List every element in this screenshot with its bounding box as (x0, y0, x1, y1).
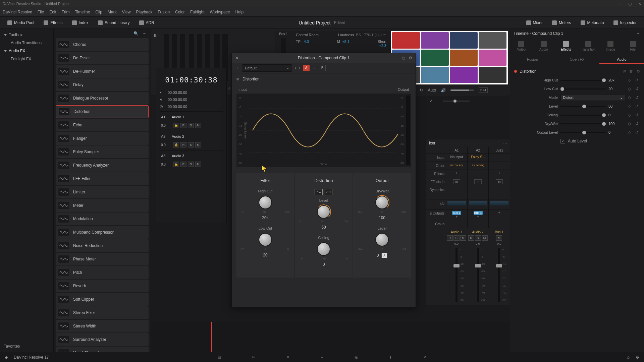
clip-mode-icon[interactable] (325, 189, 333, 195)
drywet-value[interactable]: 100 (608, 122, 625, 126)
tab-image[interactable]: Image (599, 38, 622, 54)
mixer-menu-icon[interactable]: ⋯ (503, 141, 507, 145)
highcut-knob[interactable] (259, 196, 272, 209)
lowcut-slider[interactable] (560, 88, 606, 89)
maximize-icon[interactable]: ▢ (628, 2, 632, 6)
solo-button[interactable]: S (188, 123, 194, 128)
preset-dropdown[interactable]: Default⌄ (242, 64, 292, 72)
mixer-input[interactable]: No Input (446, 154, 467, 162)
param-reset-icon[interactable]: ↺ (635, 86, 640, 91)
menu-item[interactable]: Color (175, 10, 185, 14)
param-keyframe-icon[interactable]: ◇ (628, 121, 633, 126)
fx-item[interactable]: Limiter (56, 186, 149, 198)
s-button[interactable]: S (453, 235, 460, 241)
solo-button[interactable]: S (188, 162, 194, 167)
fx-item[interactable]: Noise Reduction (56, 239, 149, 252)
prev-preset-icon[interactable]: ‹ (295, 66, 296, 70)
track-header[interactable]: A3Audio 3 (160, 150, 223, 161)
menu-item[interactable]: Clip (95, 10, 102, 14)
highcut-value[interactable]: 20k (608, 78, 625, 82)
param-keyframe-icon[interactable]: ◇ (628, 130, 633, 135)
tab-transition[interactable]: Transition (577, 38, 600, 54)
enable-dot-icon[interactable] (514, 70, 517, 73)
fx-item[interactable]: Foley Sampler (56, 145, 149, 158)
fx-item[interactable]: Flanger (56, 132, 149, 145)
inspector-button[interactable]: Inspector (610, 19, 640, 26)
target-icon[interactable]: ◎ (402, 56, 405, 60)
record-button[interactable]: R (180, 142, 186, 147)
param-keyframe-icon[interactable]: ◇ (628, 113, 633, 117)
fader-slider[interactable]: 0-5-10-15-20-30-40-50 (498, 248, 500, 302)
gear-icon[interactable]: ⚙ (409, 56, 412, 60)
fx-item[interactable]: Phase Meter (56, 253, 149, 265)
fx-item[interactable]: Reverb (56, 280, 149, 292)
audio-fx-node[interactable]: Audio FX (0, 47, 53, 55)
mute-button[interactable]: M (195, 123, 201, 128)
fx-item[interactable]: Vocal Channel (56, 347, 149, 352)
trash-icon[interactable]: 🗑 (629, 69, 633, 74)
play-icon[interactable]: ▸ (160, 90, 164, 95)
lock-icon[interactable]: 🔒 (173, 162, 179, 167)
loudness-menu-icon[interactable]: ⋯ (383, 33, 386, 37)
cut-page-icon[interactable]: ✄ (250, 354, 257, 361)
lock-icon[interactable]: 🔒 (173, 142, 179, 147)
ceiling-value-field[interactable]: 0 (298, 262, 350, 267)
options-icon[interactable]: ⋯ (143, 31, 147, 36)
next-preset-icon[interactable]: › (299, 66, 300, 70)
add-preset-icon[interactable]: ＋ (235, 65, 239, 71)
param-reset-icon[interactable]: ↺ (635, 78, 640, 82)
menu-item[interactable]: Help (235, 10, 244, 14)
resolve-icon[interactable]: ◆ (5, 355, 8, 360)
param-reset-icon[interactable]: ↺ (635, 113, 640, 117)
edit-page-icon[interactable]: ≡ (284, 354, 291, 361)
param-reset-icon[interactable]: ↺ (635, 121, 640, 126)
output-slider[interactable] (560, 132, 606, 133)
timeline[interactable] (151, 322, 510, 352)
custom-icon[interactable]: ⎘ (624, 69, 626, 74)
ceiling-knob[interactable] (317, 242, 330, 256)
tab-audio[interactable]: Audio (533, 38, 555, 54)
fx-item[interactable]: De-Esser (56, 52, 149, 64)
loop-icon[interactable]: ↻ (420, 88, 423, 93)
search-icon[interactable]: 🔍 (133, 31, 139, 36)
outlevel-value-field[interactable]: 0 (377, 253, 379, 258)
s-button[interactable]: S (475, 235, 481, 241)
index-button[interactable]: Index (69, 19, 92, 26)
level-slider[interactable] (560, 106, 606, 107)
fx-item[interactable]: De-Hummer (56, 65, 149, 78)
fx-item[interactable]: Multiband Compressor (56, 226, 149, 239)
param-keyframe-icon[interactable]: ◇ (628, 86, 633, 91)
fairlight-fx-node[interactable]: Fairlight FX (0, 55, 53, 63)
param-keyframe-icon[interactable]: ◇ (628, 95, 633, 100)
menu-item[interactable]: Workspace (210, 10, 230, 14)
menu-item[interactable]: Edit (49, 10, 56, 14)
menu-item[interactable]: File (38, 10, 44, 14)
auto-level-checkbox[interactable]: ✓ (560, 139, 565, 143)
lock-icon[interactable]: 🔒 (173, 123, 179, 128)
sound-library-button[interactable]: Sound Library (95, 19, 133, 26)
mixer-button[interactable]: Mixer (523, 19, 546, 26)
drywet-knob[interactable] (375, 196, 389, 209)
ab-a-button[interactable]: A (303, 65, 310, 71)
param-reset-icon[interactable]: ↺ (635, 95, 640, 100)
clock-icon[interactable]: ◷ (160, 104, 164, 109)
param-keyframe-icon[interactable]: ◇ (628, 78, 633, 82)
fx-item[interactable]: Delay (56, 78, 149, 91)
output-value[interactable]: 0 (608, 130, 625, 134)
auto-level-button[interactable]: A (381, 253, 387, 258)
add-effect-button[interactable]: + (455, 171, 458, 175)
fader-slider[interactable]: 0-5-10-15-20-30-40-50 (455, 248, 458, 302)
color-page-icon[interactable]: ◉ (353, 354, 360, 361)
menu-item[interactable]: DaVinci Resolve (3, 10, 32, 14)
outlevel-knob[interactable] (375, 233, 389, 246)
bus-chip[interactable]: Bus 1 (474, 211, 483, 215)
lowcut-value[interactable]: 20 (608, 87, 625, 91)
ceiling-slider[interactable] (560, 115, 606, 116)
subtab-audio[interactable]: Audio (599, 54, 644, 64)
adr-button[interactable]: ADR (136, 19, 158, 26)
fx-item[interactable]: LFE Filter (56, 172, 149, 185)
mixer-input[interactable]: Foley S... (467, 154, 489, 162)
menu-item[interactable]: Trim (62, 10, 70, 14)
subtab-openfx[interactable]: Open FX (555, 54, 599, 64)
lowcut-value-field[interactable]: 20 (239, 253, 291, 257)
